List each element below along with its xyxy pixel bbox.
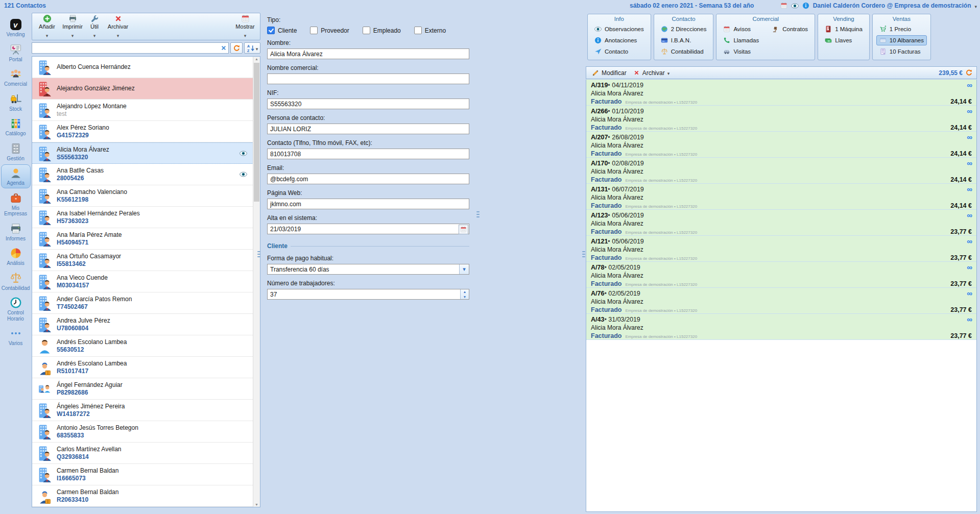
checkbox-box[interactable] (363, 27, 370, 34)
sidebar-item[interactable]: Portal (1, 41, 31, 65)
sidebar-item[interactable]: Gestión (1, 140, 31, 164)
splitter-handle[interactable] (582, 251, 585, 257)
tab-item[interactable]: Observaciones (591, 24, 647, 34)
contact-row[interactable]: Alex Pérez Soriano G41572329 (32, 121, 253, 142)
refresh-button[interactable] (230, 42, 243, 54)
contact-row[interactable]: Ángel Fernández Aguiar P82982686 (32, 378, 253, 400)
albaran-row[interactable]: A/121 05/06/2019 ∞ Alicia Mora Álvarez F… (586, 236, 976, 262)
dropdown-chevron-icon[interactable] (459, 264, 469, 274)
tab-item[interactable]: 10 Facturas (876, 46, 927, 57)
open-document-link-icon[interactable]: ∞ (967, 186, 972, 192)
contact-row[interactable]: Alejandro González Jiménez (32, 78, 253, 100)
contact-row[interactable]: Carlos Martínez Avellan Q32936814 (32, 443, 253, 464)
tab-item[interactable]: I.B.A.N. (658, 35, 710, 45)
tab-item[interactable]: Llamadas (720, 35, 762, 45)
archive-button[interactable]: Archivar (631, 69, 672, 77)
clear-search-icon[interactable] (220, 44, 227, 52)
show-button[interactable]: Mostrar (232, 13, 258, 40)
forma-pago-select[interactable]: Transferencia 60 días (267, 264, 469, 275)
nombre-comercial-field[interactable] (267, 74, 469, 84)
checkbox-box[interactable] (310, 27, 318, 34)
contact-row[interactable]: Ángeles Jiménez Pereira W14187272 (32, 400, 253, 421)
sidebar-item[interactable]: Análisis (1, 244, 31, 268)
tab-item[interactable]: 1 Precio (876, 24, 927, 34)
contact-row[interactable]: Alejandro López Montane test (32, 100, 253, 121)
user-menu[interactable]: Daniel Calderón Cordero @ Empresa de dem… (813, 2, 971, 9)
tipo-checkbox[interactable]: Cliente (267, 27, 297, 34)
checkbox-box[interactable] (414, 27, 422, 34)
date-picker-button[interactable] (459, 225, 468, 234)
contact-row[interactable]: Carmen Bernal Baldan I16665073 (32, 464, 253, 485)
modify-button[interactable]: Modificar (590, 69, 629, 77)
sort-button[interactable]: AZ (244, 42, 260, 54)
splitter-handle[interactable] (476, 211, 480, 217)
sidebar-item[interactable]: v Vending (1, 16, 31, 40)
scrollbar-thumb[interactable] (254, 63, 259, 202)
open-document-link-icon[interactable]: ∞ (967, 82, 972, 88)
contact-row[interactable]: Antonio Jesús Torres Betegon 68355833 (32, 421, 253, 443)
tipo-checkbox[interactable]: Empleado (363, 27, 401, 34)
open-document-link-icon[interactable]: ∞ (967, 212, 972, 218)
archive-caret-icon[interactable] (117, 30, 119, 39)
tab-item[interactable]: Anotaciones (591, 35, 647, 45)
sidebar-item[interactable]: Catálogo (1, 115, 31, 139)
contact-row[interactable]: Ana Batlle Casas 28005426 (32, 164, 253, 185)
albaran-row[interactable]: A/43 31/03/2019 ∞ Alicia Mora Álvarez Fa… (586, 314, 976, 340)
open-document-link-icon[interactable]: ∞ (967, 316, 972, 323)
info-icon[interactable] (802, 2, 809, 9)
contacts-scrollbar[interactable]: ▲ ▼ (253, 57, 260, 507)
albaran-row[interactable]: A/266 01/10/2019 ∞ Alicia Mora Álvarez F… (586, 106, 976, 132)
contact-row[interactable]: Alicia Mora Álvarez S55563320 (32, 142, 253, 164)
sidebar-item[interactable]: Stock (1, 90, 31, 114)
print-caret-icon[interactable] (71, 30, 74, 39)
archive-button[interactable]: Archivar (104, 13, 132, 40)
sidebar-item[interactable]: Varios (1, 325, 31, 349)
tab-item[interactable]: 1 Máquina (822, 24, 866, 34)
tab-item[interactable]: 2 Direcciones (658, 24, 710, 34)
add-button[interactable]: Añadir (34, 13, 60, 40)
checkbox-box[interactable] (267, 27, 275, 34)
contact-row[interactable]: Andrés Escolano Lambea 55630512 (32, 335, 253, 357)
sidebar-item[interactable]: Informes (1, 220, 31, 244)
number-stepper[interactable] (460, 289, 469, 299)
scroll-down-icon[interactable]: ▼ (253, 503, 260, 506)
open-document-link-icon[interactable]: ∞ (967, 290, 972, 297)
sidebar-item[interactable]: Mis Empresas (1, 189, 31, 219)
add-caret-icon[interactable] (46, 30, 49, 39)
tab-item[interactable]: Avisos (720, 24, 762, 34)
tab-item[interactable]: Contratos (769, 24, 811, 34)
contact-row[interactable]: Andrés Escolano Lambea R51017417 (32, 357, 253, 378)
tab-item[interactable]: Contabilidad (658, 46, 710, 57)
open-document-link-icon[interactable]: ∞ (967, 108, 972, 114)
print-button[interactable]: Imprimir (60, 13, 85, 40)
sidebar-item[interactable]: Agenda (1, 164, 31, 188)
sidebar-item[interactable]: Contabilidad (1, 270, 31, 293)
tipo-checkbox[interactable]: Externo (414, 27, 446, 34)
show-caret-icon[interactable] (244, 30, 247, 39)
archive-caret-icon[interactable] (667, 69, 670, 77)
stepper-up-icon[interactable] (461, 289, 469, 295)
open-document-link-icon[interactable]: ∞ (967, 160, 972, 166)
tab-item[interactable]: 10 Albaranes (876, 35, 927, 45)
contact-row[interactable]: Carmen Bernal Baldan R20633410 (32, 485, 253, 507)
open-document-link-icon[interactable]: ∞ (967, 134, 972, 140)
albaran-row[interactable]: A/76 02/05/2019 ∞ Alicia Mora Álvarez Fa… (586, 288, 976, 314)
contact-row[interactable]: Ana Camacho Valenciano K55612198 (32, 185, 253, 207)
contact-row[interactable]: Ana Ortuño Casamayor I55813462 (32, 250, 253, 271)
persona-contacto-field[interactable] (267, 124, 469, 134)
refresh-icon[interactable] (965, 69, 973, 77)
util-button[interactable]: Útil (85, 13, 104, 40)
scroll-up-icon[interactable]: ▲ (253, 57, 260, 61)
sort-caret-icon[interactable] (256, 43, 258, 53)
alta-date-field[interactable] (267, 224, 469, 234)
splitter-handle[interactable] (257, 251, 260, 257)
calendar-icon[interactable] (780, 2, 787, 9)
tipo-checkbox[interactable]: Proveedor (310, 27, 349, 34)
num-trabajadores-field[interactable] (267, 289, 469, 300)
tab-item[interactable]: Contacto (591, 46, 647, 57)
sidebar-item[interactable]: Comercial (1, 65, 31, 89)
contact-row[interactable]: Alberto Cuenca Hernández (32, 57, 253, 78)
user-menu-caret-icon[interactable] (974, 1, 977, 10)
contact-row[interactable]: Ana Isabel Hernández Perales H57363023 (32, 207, 253, 228)
albaran-row[interactable]: A/319 04/11/2019 ∞ Alicia Mora Álvarez F… (586, 80, 976, 106)
